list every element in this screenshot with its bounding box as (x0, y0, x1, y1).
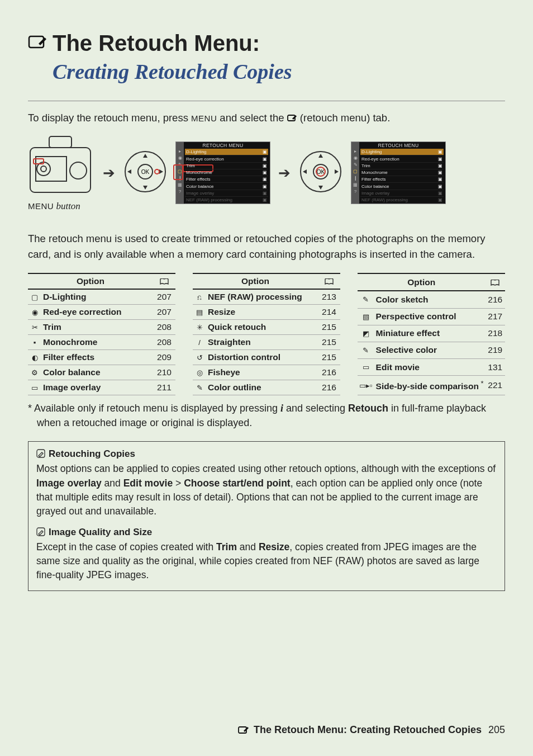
footer-text: The Retouch Menu: Creating Retouched Cop… (254, 724, 482, 736)
svg-marker-13 (143, 186, 147, 190)
divider (28, 101, 505, 101)
svg-marker-20 (318, 154, 323, 158)
arrow-icon: ➔ (103, 164, 115, 182)
page-number: 205 (488, 724, 505, 736)
svg-marker-14 (127, 169, 131, 174)
multi-selector-illustration: OK (123, 149, 168, 196)
svg-point-7 (41, 166, 46, 172)
svg-marker-21 (318, 186, 323, 190)
retouch-tab-icon (287, 111, 297, 120)
arrow-icon: ➔ (278, 164, 291, 182)
svg-rect-8 (34, 159, 44, 164)
svg-text:OK: OK (317, 169, 325, 175)
menu-button-caption: MENU button (28, 201, 95, 212)
pencil-icon (36, 527, 45, 536)
step-diagram: MENU button ➔ OK RETOUCH MENU ▸◉✎▢❙▦? D-… (28, 134, 505, 212)
svg-marker-15 (159, 169, 163, 174)
page-title: The Retouch Menu: (53, 31, 260, 56)
svg-marker-22 (303, 169, 307, 174)
svg-marker-12 (143, 154, 147, 158)
body-text: The retouch menu is used to create trimm… (28, 231, 505, 263)
options-table-3: Option✎Color sketch216▧Perspective contr… (358, 273, 505, 395)
intro-text: To display the retouch menu, press MENU … (28, 110, 505, 126)
retouch-menu-icon (238, 725, 249, 735)
svg-point-16 (155, 169, 159, 174)
highlight-callout (173, 164, 183, 180)
pencil-icon (36, 449, 45, 458)
camera-back-illustration: MENU button (28, 134, 95, 212)
retouch-menu-icon (28, 33, 48, 51)
footnote: * Available only if retouch menu is disp… (28, 401, 505, 430)
svg-marker-23 (335, 169, 339, 174)
svg-rect-3 (49, 136, 72, 148)
menu-glyph: MENU (191, 114, 217, 123)
svg-point-5 (70, 162, 87, 179)
note-box-retouching: Retouching Copies Most options can be ap… (28, 441, 505, 591)
options-table-2: Option⎌NEF (RAW) processing213▤Resize214… (193, 273, 340, 395)
page-subtitle: Creating Retouched Copies (53, 59, 505, 84)
options-tables: Option▢D-Lighting207◉Red-eye correction2… (28, 273, 505, 395)
multi-selector-illustration: OK (298, 149, 343, 196)
options-table-1: Option▢D-Lighting207◉Red-eye correction2… (28, 273, 175, 395)
page-footer: The Retouch Menu: Creating Retouched Cop… (238, 724, 505, 736)
menu-screenshot-1: RETOUCH MENU ▸◉✎▢❙▦? D-Lighting▣Red-eye … (175, 141, 270, 204)
svg-rect-2 (30, 148, 91, 192)
menu-screenshot-2: RETOUCH MENU ▸◉✎▢❙▦? D-Lighting▣Red-eye … (351, 141, 446, 204)
svg-text:OK: OK (141, 169, 150, 175)
